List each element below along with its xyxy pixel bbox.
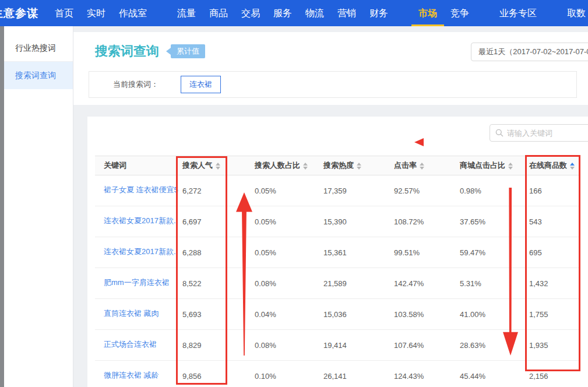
nav-item-data-fetch[interactable]: 取数 (567, 0, 586, 26)
cell-mall-click-ratio: 37.65% (451, 206, 520, 237)
cell-ctr: 142.47% (385, 268, 451, 299)
keyword-search-box[interactable] (490, 124, 588, 142)
cell-search-popularity: 9,856 (174, 361, 246, 387)
cell-ctr: 99.51% (385, 237, 451, 268)
cell-online-products: 543 (520, 206, 580, 237)
cell-online-products: 695 (520, 237, 580, 268)
cell-searcher-ratio: 0.05% (246, 206, 315, 237)
nav-item-home[interactable]: 首页 (55, 0, 73, 26)
col-header-search-heat[interactable]: 搜索热度 (315, 156, 385, 175)
keyword-search-input[interactable] (507, 129, 588, 138)
cell-ctr: 107.64% (385, 330, 451, 361)
cell-searcher-ratio: 0.04% (246, 299, 315, 330)
nav-item-marketing[interactable]: 营销 (337, 0, 356, 26)
nav-item-market[interactable]: 市场 (418, 0, 437, 26)
col-header-ctr[interactable]: 点击率 (385, 156, 451, 175)
sidebar-item-industry-hot-words[interactable]: 行业热搜词 (4, 34, 73, 62)
current-keyword-tag[interactable]: 连衣裙 (181, 76, 221, 93)
table-header-row: 关键词 搜索人气 搜索人数占比 搜索热度 点击率 商城点击占比 在线商品数 (95, 156, 580, 175)
col-header-search-popularity[interactable]: 搜索人气 (174, 156, 246, 175)
cell-online-products: 1,432 (520, 268, 580, 299)
badge-label: 累计值 (171, 44, 205, 58)
cell-searcher-ratio: 0.05% (246, 237, 315, 268)
app-logo[interactable]: 生意参谋 (0, 6, 38, 21)
table-row: 裙子女夏 连衣裙便宜5... 6,272 0.05% 17,359 92.57%… (95, 175, 580, 206)
col-header-keyword: 关键词 (95, 156, 174, 175)
nav-item-competition[interactable]: 竞争 (450, 0, 469, 26)
table-row: 直筒连衣裙 藏肉 5,693 0.04% 15,036 103.58% 41.0… (95, 299, 580, 330)
col-header-mall-click-ratio[interactable]: 商城点击占比 (451, 156, 520, 175)
date-range-picker[interactable]: 最近1天（2017-07-02~2017-07-02） (471, 43, 588, 61)
table-row: 微胖连衣裙 减龄 9,856 0.10% 26,141 124.43% 45.4… (95, 361, 580, 387)
cell-ctr: 124.43% (385, 361, 451, 387)
nav-item-war-room[interactable]: 作战室 (119, 0, 147, 26)
cell-mall-click-ratio: 5.31% (451, 268, 520, 299)
sort-icon[interactable] (420, 163, 424, 170)
sort-icon-ascending[interactable] (570, 163, 575, 170)
keyword-link[interactable]: 肥mm一字肩连衣裙 (104, 277, 170, 288)
col-header-searcher-ratio[interactable]: 搜索人数占比 (246, 156, 315, 175)
keyword-link[interactable]: 连衣裙女夏2017新款... (104, 216, 178, 226)
badge-arrow-icon (166, 48, 171, 55)
sidebar-item-search-word-query[interactable]: 搜索词查询 (4, 62, 73, 89)
nav-item-business-zone[interactable]: 业务专区 (499, 0, 537, 26)
cell-ctr: 92.57% (385, 175, 451, 206)
search-icon (495, 129, 504, 137)
cell-searcher-ratio: 0.08% (246, 330, 315, 361)
date-range-text: 最近1天（2017-07-02~2017-07-02） (478, 47, 588, 56)
keyword-link[interactable]: 正式场合连衣裙 (104, 339, 157, 350)
cell-searcher-ratio: 0.10% (246, 361, 315, 387)
keyword-link[interactable]: 裙子女夏 连衣裙便宜5... (104, 185, 178, 195)
current-search-word-label: 当前搜索词： (113, 79, 159, 90)
page-header-card: 搜索词查询 累计值 最近1天（2017-07-02~2017-07-02） 当前… (73, 32, 588, 105)
cell-search-popularity: 6,697 (174, 206, 246, 237)
cell-mall-click-ratio: 45.44% (451, 361, 520, 387)
cell-ctr: 108.72% (385, 206, 451, 237)
cell-search-heat: 17,359 (315, 175, 385, 206)
sort-icon[interactable] (508, 163, 513, 170)
nav-item-realtime[interactable]: 实时 (87, 0, 105, 26)
keywords-table: 关键词 搜索人气 搜索人数占比 搜索热度 点击率 商城点击占比 在线商品数 裙子… (95, 156, 580, 387)
left-edge-strip (0, 26, 4, 387)
cell-mall-click-ratio: 0.98% (451, 175, 520, 206)
nav-item-trade[interactable]: 交易 (241, 0, 260, 26)
nav-item-logistics[interactable]: 物流 (305, 0, 324, 26)
page-title: 搜索词查询 (95, 44, 159, 59)
table-row: 肥mm一字肩连衣裙 8,522 0.08% 21,589 142.47% 5.3… (95, 268, 580, 299)
cell-search-popularity: 6,272 (174, 175, 246, 206)
nav-item-products[interactable]: 商品 (209, 0, 228, 26)
cell-search-popularity: 8,829 (174, 330, 246, 361)
nav-item-traffic[interactable]: 流量 (177, 0, 196, 26)
cell-mall-click-ratio: 41.00% (451, 299, 520, 330)
cell-search-heat: 15,390 (315, 206, 385, 237)
sidebar: 行业热搜词 搜索词查询 (4, 26, 73, 387)
keyword-link[interactable]: 直筒连衣裙 藏肉 (104, 308, 159, 319)
col-header-online-products[interactable]: 在线商品数 (520, 156, 580, 175)
table-row: 连衣裙女夏2017新款... 6,288 0.05% 15,361 99.51%… (95, 237, 580, 268)
sort-icon[interactable] (303, 163, 308, 170)
cell-mall-click-ratio: 28.63% (451, 330, 520, 361)
cell-search-popularity: 8,522 (174, 268, 246, 299)
cell-search-heat: 19,414 (315, 330, 385, 361)
cell-searcher-ratio: 0.08% (246, 268, 315, 299)
cell-mall-click-ratio: 59.47% (451, 237, 520, 268)
cell-search-heat: 21,589 (315, 268, 385, 299)
cumulative-badge: 累计值 (166, 44, 205, 58)
cell-search-heat: 15,361 (315, 237, 385, 268)
nav-item-service[interactable]: 服务 (273, 0, 292, 26)
top-navbar: 生意参谋 首页 实时 作战室 流量 商品 交易 服务 物流 营销 财务 市场 竞… (0, 0, 588, 26)
cell-online-products: 1,755 (520, 299, 580, 330)
current-search-word-box: 当前搜索词： 连衣裙 (89, 71, 577, 98)
sort-icon[interactable] (357, 163, 361, 170)
app-window: 生意参谋 首页 实时 作战室 流量 商品 交易 服务 物流 营销 财务 市场 竞… (0, 0, 588, 387)
cell-search-popularity: 5,693 (174, 299, 246, 330)
cell-search-heat: 26,141 (315, 361, 385, 387)
table-row: 连衣裙女夏2017新款... 6,697 0.05% 15,390 108.72… (95, 206, 580, 237)
sort-icon[interactable] (216, 163, 220, 170)
keyword-link[interactable]: 连衣裙女夏2017新款... (104, 247, 178, 257)
keyword-link[interactable]: 微胖连衣裙 减龄 (104, 370, 159, 381)
table-card: 关键词 搜索人气 搜索人数占比 搜索热度 点击率 商城点击占比 在线商品数 裙子… (87, 117, 588, 387)
cell-online-products: 166 (520, 175, 580, 206)
cell-search-popularity: 6,288 (174, 237, 246, 268)
nav-item-finance[interactable]: 财务 (369, 0, 388, 26)
